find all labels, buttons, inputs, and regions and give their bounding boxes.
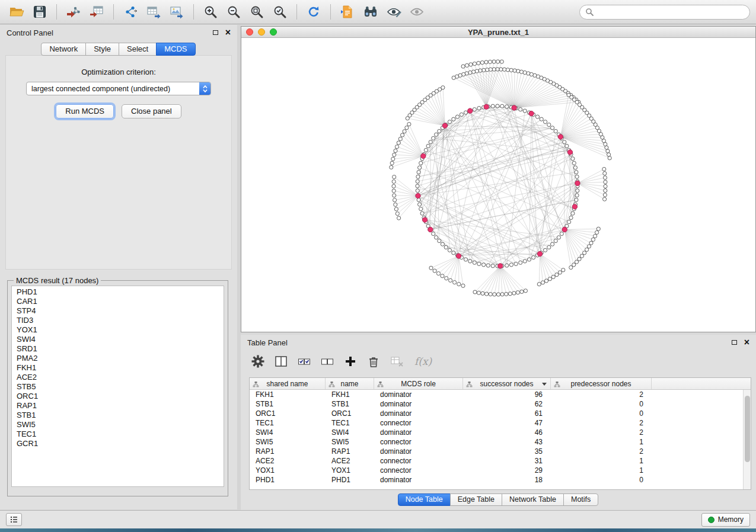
leaf-node[interactable]	[512, 291, 516, 295]
show-details-button[interactable]	[406, 2, 428, 21]
leaf-node[interactable]	[516, 291, 519, 294]
leaf-node[interactable]	[585, 248, 589, 251]
export-image-button[interactable]	[166, 2, 187, 21]
dominator-node[interactable]	[537, 251, 542, 256]
chevron-down-icon[interactable]	[542, 383, 547, 386]
leaf-node[interactable]	[580, 254, 583, 258]
dominator-node[interactable]	[498, 264, 503, 268]
leaf-node[interactable]	[608, 156, 611, 160]
network-canvas[interactable]	[241, 38, 755, 332]
table-row[interactable]: SWI4SWI4dominator462	[250, 428, 743, 437]
leaf-node[interactable]	[493, 293, 496, 296]
leaf-node[interactable]	[567, 93, 570, 97]
leaf-node[interactable]	[583, 251, 586, 255]
leaf-node[interactable]	[390, 161, 394, 165]
leaf-node[interactable]	[562, 268, 565, 272]
leaf-node[interactable]	[393, 153, 396, 156]
network-node[interactable]	[432, 232, 435, 236]
network-node[interactable]	[448, 248, 451, 252]
export-table-button[interactable]	[143, 2, 164, 21]
column-header-predecessor-nodes[interactable]: predecessor nodes	[551, 378, 652, 389]
network-node[interactable]	[554, 239, 557, 243]
network-node[interactable]	[482, 263, 486, 267]
network-node[interactable]	[527, 258, 531, 261]
leaf-node[interactable]	[500, 60, 503, 63]
leaf-node[interactable]	[407, 123, 411, 126]
leaf-node[interactable]	[486, 68, 489, 72]
dominator-node[interactable]	[572, 204, 577, 209]
table-panel-close-icon[interactable]: ×	[744, 339, 749, 346]
leaf-node[interactable]	[505, 292, 508, 296]
leaf-node[interactable]	[499, 68, 503, 71]
network-node[interactable]	[486, 264, 490, 267]
network-node[interactable]	[420, 211, 424, 215]
search-input[interactable]	[597, 8, 744, 17]
network-node[interactable]	[560, 232, 563, 236]
leaf-node[interactable]	[391, 157, 395, 161]
leaf-node[interactable]	[572, 263, 576, 267]
network-node[interactable]	[505, 264, 509, 267]
leaf-node[interactable]	[480, 61, 484, 65]
leaf-node[interactable]	[591, 238, 595, 241]
network-node[interactable]	[514, 262, 518, 265]
network-node[interactable]	[519, 108, 522, 111]
mcds-result-item[interactable]: CAR1	[12, 297, 224, 306]
leaf-node[interactable]	[595, 230, 599, 234]
leaf-node[interactable]	[468, 70, 472, 74]
leaf-node[interactable]	[604, 184, 607, 188]
leaf-node[interactable]	[603, 176, 607, 180]
network-node[interactable]	[575, 194, 579, 197]
apply-layout-button[interactable]	[303, 2, 324, 21]
tab-node-table[interactable]: Node Table	[398, 493, 451, 506]
table-row[interactable]: FKH1FKH1dominator962	[250, 390, 743, 399]
delete-table-button[interactable]	[390, 355, 404, 368]
network-node[interactable]	[554, 129, 557, 133]
mcds-result-item[interactable]: PMA2	[12, 354, 224, 363]
leaf-node[interactable]	[575, 260, 578, 264]
export-network-button[interactable]	[120, 2, 141, 21]
mcds-result-item[interactable]: PHD1	[12, 287, 224, 297]
leaf-node[interactable]	[405, 126, 409, 130]
leaf-node[interactable]	[492, 60, 496, 63]
leaf-node[interactable]	[519, 70, 523, 73]
leaf-node[interactable]	[520, 290, 524, 293]
network-node[interactable]	[505, 105, 509, 108]
leaf-node[interactable]	[436, 272, 440, 275]
dominator-node[interactable]	[422, 217, 427, 222]
leaf-node[interactable]	[457, 283, 461, 286]
network-graph[interactable]	[241, 38, 755, 332]
tab-network-table[interactable]: Network Table	[502, 493, 564, 506]
criterion-dropdown[interactable]: largest connected component (undirected)	[26, 82, 211, 95]
leaf-node[interactable]	[496, 293, 500, 296]
network-node[interactable]	[418, 166, 422, 169]
leaf-node[interactable]	[393, 194, 396, 197]
table-row[interactable]: ACE2ACE2connector311	[250, 456, 743, 466]
leaf-node[interactable]	[392, 180, 395, 183]
scrollbar-thumb[interactable]	[745, 396, 750, 462]
leaf-node[interactable]	[489, 293, 492, 296]
leaf-node[interactable]	[594, 234, 597, 238]
network-node[interactable]	[575, 171, 578, 174]
network-node[interactable]	[500, 104, 504, 108]
network-node[interactable]	[432, 136, 435, 140]
leaf-node[interactable]	[516, 69, 520, 73]
network-node[interactable]	[419, 207, 423, 211]
tab-style[interactable]: Style	[85, 43, 119, 56]
leaf-node[interactable]	[477, 61, 480, 65]
leaf-node[interactable]	[548, 277, 551, 281]
leaf-node[interactable]	[492, 68, 496, 71]
network-node[interactable]	[544, 120, 547, 124]
mcds-result-item[interactable]: ORC1	[12, 392, 224, 401]
select-all-button[interactable]	[298, 355, 311, 368]
tab-network[interactable]: Network	[41, 43, 86, 56]
leaf-node[interactable]	[551, 275, 555, 278]
network-node[interactable]	[572, 161, 576, 165]
leaf-node[interactable]	[452, 76, 455, 79]
leaf-node[interactable]	[513, 69, 516, 72]
leaf-node[interactable]	[397, 141, 400, 145]
column-header-successor-nodes[interactable]: successor nodes	[463, 378, 551, 389]
dominator-node[interactable]	[468, 108, 473, 113]
leaf-node[interactable]	[393, 198, 397, 202]
network-node[interactable]	[523, 109, 527, 113]
leaf-node[interactable]	[500, 293, 504, 296]
